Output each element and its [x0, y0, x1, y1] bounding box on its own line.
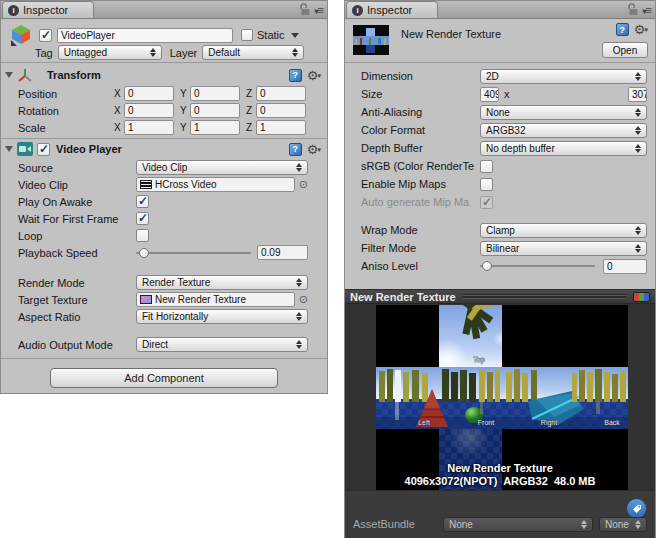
layer-dropdown[interactable]: Default [202, 45, 304, 60]
video-clip-row: Video Clip HCross Video ⊙ [1, 176, 327, 193]
gameobject-name-input[interactable] [57, 28, 233, 43]
face-label-front: Front [478, 419, 494, 426]
help-icon[interactable]: ? [289, 143, 302, 156]
component-enabled-checkbox[interactable] [37, 143, 50, 156]
rotation-z-field[interactable]: 0 [256, 103, 306, 118]
gear-icon[interactable]: ⚙▾ [307, 143, 321, 156]
help-icon[interactable]: ? [289, 69, 302, 82]
preview-drag-handle[interactable] [463, 294, 626, 299]
filter-mode-row: Filter Mode Bilinear [345, 239, 655, 257]
video-player-icon [17, 142, 33, 156]
tag-label: Tag [35, 47, 53, 59]
gear-icon[interactable]: ⚙▾ [307, 69, 321, 82]
scale-y-field[interactable]: 1 [190, 120, 240, 135]
filter-mode-dropdown[interactable]: Bilinear [480, 241, 647, 256]
asset-header: New Render Texture ? ⚙▾ Open [345, 19, 655, 63]
source-row: Source Video Clip [1, 159, 327, 176]
preview-title-bar: New Render Texture [345, 289, 655, 304]
aniso-level-row: Aniso Level 0 [345, 257, 655, 275]
face-label-left: Left [418, 419, 430, 426]
add-component-button[interactable]: Add Component [50, 368, 278, 388]
video-player-header: Video Player ? ⚙▾ [1, 139, 327, 159]
aniso-level-value[interactable]: 0 [603, 259, 647, 274]
info-icon: i [8, 5, 19, 16]
render-mode-row: Render Mode Render Texture [1, 274, 327, 291]
position-y-field[interactable]: 0 [190, 86, 240, 101]
anti-aliasing-dropdown[interactable]: None [480, 105, 647, 120]
active-checkbox[interactable] [39, 29, 52, 42]
position-z-field[interactable]: 0 [256, 86, 306, 101]
wrap-mode-dropdown[interactable]: Clamp [480, 223, 647, 238]
rgb-channels-button[interactable] [633, 292, 650, 302]
dimension-dropdown[interactable]: 2D [480, 69, 647, 84]
play-on-awake-checkbox[interactable] [136, 195, 149, 208]
video-clip-icon [140, 180, 152, 189]
inspector-panel-render-texture: i Inspector ▾≡ New Render Texture ? ⚙▾ [344, 0, 656, 538]
wait-first-frame-checkbox[interactable] [136, 212, 149, 225]
aspect-ratio-dropdown[interactable]: Fit Horizontally [136, 309, 308, 324]
panel-menu-icon[interactable]: ▾≡ [315, 4, 323, 16]
panel-menu-icon[interactable]: ▾≡ [643, 4, 651, 16]
static-checkbox[interactable] [241, 29, 253, 41]
face-label-back: Back [604, 419, 620, 426]
lock-icon[interactable] [627, 3, 638, 16]
assetbundle-dropdown[interactable]: None [443, 517, 593, 532]
color-format-row: Color Format ARGB32 [345, 121, 655, 139]
video-clip-object-field[interactable]: HCross Video [136, 177, 295, 192]
size-width-field[interactable]: 4096 [480, 87, 499, 102]
target-texture-object-field[interactable]: New Render Texture [136, 292, 295, 307]
scale-x-field[interactable]: 1 [124, 120, 174, 135]
open-button[interactable]: Open [602, 42, 648, 58]
inspector-panel-gameobject: i Inspector ▾≡ Static [0, 0, 328, 394]
static-label: Static [257, 29, 285, 41]
object-picker-icon[interactable]: ⊙ [299, 294, 308, 305]
aniso-level-slider[interactable] [480, 259, 595, 273]
foldout-icon[interactable] [5, 146, 13, 152]
anti-aliasing-row: Anti-Aliasing None [345, 103, 655, 121]
playback-speed-value[interactable]: 0.09 [257, 245, 308, 260]
tab-bar: i Inspector ▾≡ [1, 1, 327, 19]
position-x-field[interactable]: 0 [124, 86, 174, 101]
lock-icon[interactable] [299, 3, 310, 16]
render-mode-dropdown[interactable]: Render Texture [136, 275, 308, 290]
tab-inspector[interactable]: i Inspector [346, 1, 438, 18]
playback-speed-row: Playback Speed 0.09 [1, 244, 327, 261]
foldout-icon[interactable] [5, 72, 13, 78]
size-height-field[interactable]: 3072 [628, 87, 647, 102]
asset-title: New Render Texture [401, 28, 501, 40]
playback-speed-slider[interactable] [136, 246, 251, 260]
divider [1, 358, 327, 359]
color-format-dropdown[interactable]: ARGB32 [480, 123, 647, 138]
rotation-x-field[interactable]: 0 [124, 103, 174, 118]
loop-checkbox[interactable] [136, 229, 149, 242]
scale-z-field[interactable]: 1 [256, 120, 306, 135]
render-texture-settings: Dimension 2D Size 4096 x 3072 Anti-Alias… [345, 63, 655, 275]
gameobject-icon[interactable] [9, 23, 33, 47]
assetbundle-section: AssetBundle None None [345, 490, 655, 538]
srgb-checkbox[interactable] [480, 160, 493, 173]
video-player-component: Video Player ? ⚙▾ Source Video Clip Vide… [1, 139, 327, 353]
enable-mip-maps-checkbox[interactable] [480, 178, 493, 191]
gear-icon[interactable]: ⚙▾ [634, 23, 648, 36]
audio-output-mode-dropdown[interactable]: Direct [136, 337, 308, 352]
face-label-right: Right [541, 419, 557, 427]
static-dropdown-icon[interactable] [291, 33, 299, 38]
preview-area: Top Left Front Right Back New Render Tex… [345, 304, 655, 490]
help-icon[interactable]: ? [616, 23, 629, 36]
auto-generate-mip-maps-checkbox [480, 196, 493, 209]
depth-buffer-dropdown[interactable]: No depth buffer [480, 141, 647, 156]
tab-inspector[interactable]: i Inspector [2, 1, 94, 18]
object-picker-icon[interactable]: ⊙ [299, 179, 308, 190]
size-row: Size 4096 x 3072 [345, 85, 655, 103]
layer-label: Layer [170, 47, 198, 59]
rotation-y-field[interactable]: 0 [190, 103, 240, 118]
transform-component: Transform ? ⚙▾ Position X0 Y0 Z0 Rotatio… [1, 63, 327, 136]
transform-row-rotation: Rotation X0 Y0 Z0 [1, 102, 327, 119]
assetbundle-variant-dropdown[interactable]: None [599, 517, 647, 532]
play-on-awake-row: Play On Awake [1, 193, 327, 210]
source-dropdown[interactable]: Video Clip [136, 160, 308, 175]
tag-dropdown[interactable]: Untagged [58, 45, 162, 60]
target-texture-row: Target Texture New Render Texture ⊙ [1, 291, 327, 308]
dimension-row: Dimension 2D [345, 67, 655, 85]
transform-header: Transform ? ⚙▾ [1, 65, 327, 85]
